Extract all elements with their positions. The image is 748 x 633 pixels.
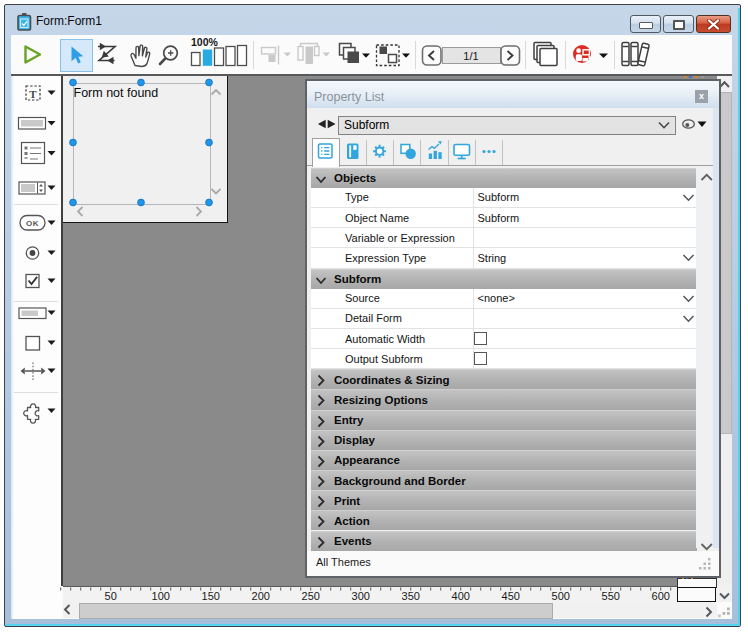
svg-text:T: T [29, 88, 37, 100]
svg-text:OK: OK [26, 219, 39, 228]
svg-text:1/1: 1/1 [463, 50, 478, 62]
